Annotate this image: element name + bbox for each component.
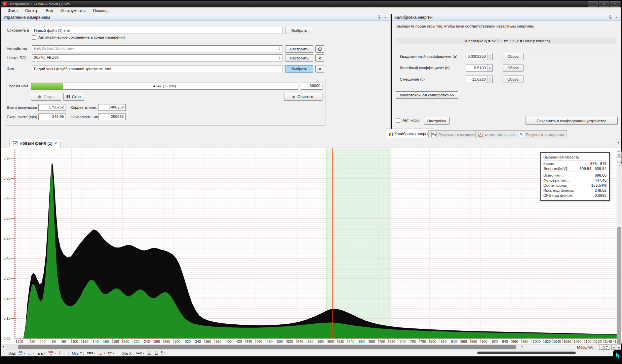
svg-text:160: 160 (103, 339, 109, 344)
x-fit-button[interactable]: ◄►FIT (153, 351, 159, 356)
choose-file-button[interactable]: Выбрать (285, 27, 313, 34)
scroll-left-icon[interactable]: ◄ (2, 345, 4, 348)
clear-spectrum-button[interactable]: × Очистить (284, 93, 322, 101)
caret-icon[interactable]: ▼ (143, 352, 145, 354)
stop-button[interactable]: Стоп (63, 93, 84, 101)
svg-text:960: 960 (512, 339, 518, 344)
scale-value-field[interactable]: 0.7 (599, 345, 610, 350)
energy-range-button[interactable]: E↔ ▼ (160, 351, 167, 356)
caret-icon[interactable]: ▼ (104, 352, 106, 354)
autosave-checkbox[interactable] (32, 35, 36, 40)
vertical-scroll-thumb[interactable] (617, 227, 621, 352)
chart-tab[interactable]: Новый файл (1) × (9, 139, 61, 147)
marker-flag-button[interactable]: ▼ (58, 351, 66, 356)
y-scale-mode-button[interactable]: /LIN. ▼ (98, 351, 107, 356)
peaks-toggle-button[interactable]: ▲▲ ▼ (36, 351, 47, 356)
chart-bars-icon (389, 132, 393, 136)
tab-measurement-result-1[interactable]: Bq Результат измерения (428, 130, 479, 138)
caret-icon[interactable]: ▼ (63, 352, 65, 354)
tab-energy-calibration[interactable]: Калибровка энергии (386, 129, 434, 138)
choose-background-button[interactable]: Выбрать (285, 65, 313, 73)
device-combo[interactable]: FEU85 NaJ 30x70 new ▲▼ (32, 45, 282, 52)
combo-spinner-icon[interactable]: ▲▼ (279, 47, 281, 51)
close-panel-icon[interactable]: × (383, 15, 388, 20)
svg-text:0.50: 0.50 (4, 236, 11, 240)
refresh-device-button[interactable] (315, 45, 324, 53)
menu-help[interactable]: Помощь (89, 8, 112, 14)
y-units-button[interactable]: CPS ▼ (86, 351, 96, 355)
tab-measurement-result-2[interactable]: Bq Результат измерения (516, 130, 567, 138)
spinner-icon[interactable]: ▲▼ (487, 64, 492, 71)
close-button[interactable]: × (610, 1, 620, 7)
menu-spectrum[interactable]: Спектр (22, 8, 42, 14)
scale-decrease-button[interactable]: − (611, 345, 616, 350)
scroll-right-icon[interactable]: ► (521, 345, 524, 348)
combo-spinner-icon[interactable]: ▲▼ (279, 56, 281, 60)
save-config-button[interactable]: Сохранить в конфигурации устройства (526, 117, 618, 125)
coeff-c-spinbox[interactable]: -11.6228 ▲▼ (466, 76, 493, 83)
scroll-down-icon[interactable]: ▼ (617, 340, 622, 343)
selection-row: Имп. над фоном:248.52 (543, 188, 607, 193)
horizontal-scroll-thumb[interactable] (18, 345, 516, 349)
menu-tools[interactable]: Инструменты (57, 8, 89, 14)
horizontal-scrollbar[interactable] (5, 345, 519, 349)
tab-pulse-shape[interactable]: Форма импульса (475, 130, 518, 138)
svg-text:260: 260 (154, 339, 160, 344)
configure-roi-button[interactable]: Настроить (285, 54, 313, 62)
y-fit-button[interactable]: ▲FIT▼ ▼ (107, 349, 115, 357)
spinner-icon[interactable]: ▲▼ (487, 76, 492, 83)
spectrum-plot[interactable]: 0.000.100.200.300.400.500.600.700.800.90… (1, 147, 617, 345)
zoom-out-button[interactable]: − (617, 157, 622, 163)
menu-file[interactable]: Файл (4, 8, 22, 14)
start-button[interactable]: Старт (31, 93, 61, 101)
save-to-input[interactable] (32, 27, 282, 34)
x-select-button[interactable]: ◄►SEL (146, 351, 153, 356)
maximize-button[interactable]: □ (599, 1, 609, 7)
zoom-in-button[interactable]: + (617, 151, 622, 157)
separator (543, 172, 607, 172)
view-label: Вид: (8, 351, 16, 355)
caret-icon[interactable]: ▼ (112, 352, 114, 354)
menu-view[interactable]: Вид (42, 8, 57, 14)
reset-c-button[interactable]: Сброс (503, 76, 523, 83)
chart-tab-close-icon[interactable]: × (54, 141, 57, 146)
autosave-label: Автоматическое сохранение в конце измере… (38, 35, 125, 39)
reset-b-button[interactable]: Сброс (503, 64, 523, 72)
pin-icon[interactable] (608, 15, 613, 20)
caret-icon[interactable]: ▼ (32, 352, 34, 354)
caret-icon[interactable]: ▼ (94, 352, 96, 354)
save-to-label: Сохранить в (7, 28, 29, 32)
background-toggle-button[interactable]: BG▲▲ ▼ (18, 351, 27, 356)
svg-text:0.10: 0.10 (4, 316, 11, 320)
autocorr-settings-button[interactable]: Настройка (424, 117, 450, 125)
clear-background-button[interactable]: × (315, 65, 324, 73)
caret-icon[interactable]: ▼ (164, 352, 166, 354)
x-units-button[interactable]: keV ▼ (135, 351, 146, 355)
scroll-up-icon[interactable]: ▲ (617, 164, 622, 167)
scale-increase-button[interactable]: + (617, 345, 621, 350)
hd-toggle-button[interactable]: ◠HD ▼ (27, 351, 35, 356)
smoothing-toggle-button[interactable]: SMA~~ ▼ (47, 351, 57, 356)
configure-device-button[interactable]: Настроить (285, 45, 313, 53)
chart-menu-caret-icon[interactable]: ▼ (616, 141, 621, 145)
reset-a-button[interactable]: Сброс (503, 53, 523, 60)
roi-combo[interactable]: 30x70_FEU85 ▲▼ (32, 54, 282, 61)
background-input[interactable] (32, 65, 282, 72)
multipoint-calibration-button[interactable]: Многоточечная калибровка >> (396, 91, 458, 99)
svg-text:780: 780 (420, 339, 426, 344)
caret-icon[interactable]: ▼ (44, 352, 46, 354)
coeff-b-spinbox[interactable]: 0.5100 ▲▼ (466, 64, 493, 72)
close-panel-icon[interactable]: × (614, 15, 619, 20)
spinner-icon[interactable]: ▲▼ (487, 53, 492, 60)
clear-roi-button[interactable]: × (315, 54, 324, 62)
vertical-scrollbar[interactable]: ▲ ▼ (617, 164, 622, 344)
caret-icon[interactable]: ▼ (54, 352, 56, 354)
svg-text:320: 320 (185, 339, 191, 344)
caret-icon[interactable]: ▼ (24, 352, 26, 354)
time-limit-field[interactable]: 36000 (301, 83, 322, 90)
minimize-button[interactable]: – (588, 1, 598, 7)
autocorr-checkbox[interactable] (396, 118, 400, 123)
pin-icon[interactable] (377, 15, 382, 20)
coeff-a-spinbox[interactable]: 0.0002253 ▲▼ (466, 53, 493, 60)
svg-text:900: 900 (481, 339, 488, 344)
